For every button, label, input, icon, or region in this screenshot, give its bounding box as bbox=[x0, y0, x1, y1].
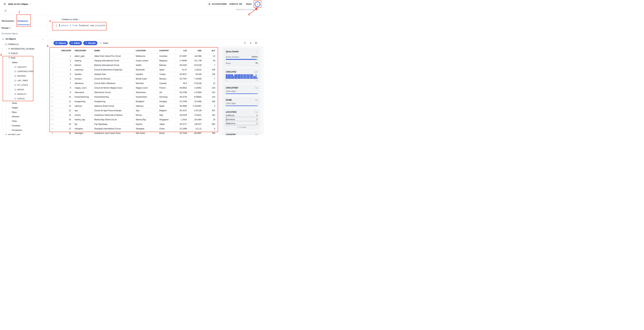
table-row[interactable]: 77villeneuveCircuit Gilles VilleneuveMon… bbox=[50, 81, 217, 86]
updated-status[interactable]: Updated 20 seconds ago ▾ bbox=[232, 8, 259, 10]
table-cell: Marina Bay bbox=[134, 118, 158, 122]
tree-item-stages[interactable]: Stages bbox=[0, 106, 48, 110]
table-row[interactable]: 1111hungaroringHungaroringBudapestHungar… bbox=[50, 99, 217, 104]
search-results-icon[interactable] bbox=[244, 41, 246, 44]
histogram-bar bbox=[256, 74, 256, 79]
chevron-right-icon[interactable] bbox=[8, 129, 10, 131]
table-row[interactable]: 1616fujiFuji SpeedwayOyamaJapan35.371713… bbox=[50, 122, 217, 127]
column-card-country[interactable]: COUNTRY Aa bbox=[223, 131, 260, 135]
sidebar-tab-worksheets[interactable]: Worksheets bbox=[2, 19, 14, 23]
table-cell: 264 bbox=[204, 99, 217, 104]
split-columns-icon[interactable] bbox=[255, 41, 258, 44]
chevron-right-icon[interactable] bbox=[8, 125, 10, 127]
object-search[interactable]: All Objects bbox=[2, 37, 16, 41]
chevron-down-icon[interactable] bbox=[2, 43, 4, 45]
tree-item-constructors[interactable]: CONSTRUCTORS bbox=[0, 69, 48, 74]
worksheet-context-dropdown[interactable]: FORMULA1.RAW ▾ bbox=[62, 18, 80, 20]
table-row[interactable]: 1818interlagosAutódromo José Carlos Pace… bbox=[50, 131, 217, 135]
column-card-name[interactable]: NAME Aa 100% filled bbox=[223, 97, 260, 107]
filters-button[interactable] bbox=[3, 8, 8, 13]
histogram-bar bbox=[238, 74, 238, 79]
tree-item-drivers[interactable]: DRIVERS bbox=[0, 74, 48, 78]
tree-item-circuits[interactable]: CIRCUITS bbox=[0, 65, 48, 69]
chevron-right-icon[interactable] bbox=[8, 111, 10, 113]
more-values-link[interactable]: + 71 more bbox=[223, 126, 260, 128]
tree-item-views[interactable]: Views bbox=[0, 101, 48, 106]
tree-item-raw[interactable]: RAW bbox=[0, 56, 48, 60]
tree-item-races[interactable]: RACES bbox=[0, 87, 48, 92]
chevron-right-icon[interactable] bbox=[8, 120, 10, 122]
view-tab-editor[interactable]: Editor bbox=[69, 41, 82, 45]
view-tab-results[interactable]: Results bbox=[83, 41, 98, 45]
chevron-right-icon[interactable] bbox=[2, 134, 4, 135]
column-header-lat[interactable]: LAT bbox=[176, 47, 189, 54]
circuitid-histogram bbox=[226, 74, 258, 79]
column-header-circuitid[interactable]: CIRCUITID bbox=[55, 47, 73, 54]
column-card-circuitid[interactable]: CIRCUITID 123 1 79 bbox=[223, 69, 260, 83]
tree-item-status[interactable]: STATUS bbox=[0, 96, 48, 101]
chevron-right-icon[interactable] bbox=[8, 116, 10, 118]
tree-item-public[interactable]: PUBLIC bbox=[0, 51, 48, 56]
view-tab-objects[interactable]: Objects bbox=[54, 41, 68, 45]
row-number: 10 bbox=[50, 95, 55, 99]
table-row[interactable]: 22sepangSepang International CircuitKual… bbox=[50, 58, 217, 63]
table-row[interactable]: 55istanbulIstanbul ParkIstanbulTurkey40.… bbox=[50, 72, 217, 77]
column-header-country[interactable]: COUNTRY bbox=[158, 47, 176, 54]
tree-item-snowflake[interactable]: SNOWFLAKE bbox=[0, 133, 48, 135]
table-row[interactable]: 33bahrainBahrain International CircuitSa… bbox=[50, 63, 217, 68]
tree-item-pit_stops[interactable]: PIT_STOPS bbox=[0, 83, 48, 87]
column-header-alt[interactable]: ALT bbox=[204, 47, 217, 54]
chevron-down-icon[interactable] bbox=[6, 57, 7, 59]
tree-item-tasks[interactable]: Tasks bbox=[0, 119, 48, 124]
tree-item-pipes[interactable]: Pipes bbox=[0, 110, 48, 115]
sidebar-tab-databases[interactable]: Databases bbox=[17, 19, 28, 23]
chevron-right-icon[interactable] bbox=[6, 48, 7, 50]
table-row[interactable]: 1313spaCircuit de Spa-FrancorchampsSpaBe… bbox=[50, 108, 217, 113]
view-tab-chart[interactable]: Chart bbox=[99, 41, 109, 45]
table-cell: Circuit Gilles Villeneuve bbox=[92, 81, 134, 86]
tree-item-information_schema[interactable]: INFORMATION_SCHEMA bbox=[0, 47, 48, 51]
table-row[interactable]: 1414monzaAutodromo Nazionale di MonzaMon… bbox=[50, 113, 217, 118]
tree-item-functions[interactable]: Functions bbox=[0, 124, 48, 128]
share-button[interactable]: Share bbox=[244, 1, 253, 6]
column-header-lng[interactable]: LNG bbox=[189, 47, 204, 54]
chevron-right-icon[interactable] bbox=[8, 107, 10, 109]
title-caret-icon[interactable]: ▾ bbox=[30, 3, 31, 5]
download-icon[interactable] bbox=[249, 41, 252, 44]
more-options-icon[interactable] bbox=[42, 38, 44, 40]
table-row[interactable]: 1010hockenheimringHockenheimringHockenhe… bbox=[50, 95, 217, 99]
tree-item-lap_times[interactable]: LAP_TIMES bbox=[0, 78, 48, 83]
table-row[interactable]: 1212valenciaValencia Street CircuitValen… bbox=[50, 104, 217, 108]
table-row[interactable]: 1717shanghaiShanghai International Circu… bbox=[50, 127, 217, 131]
tree-item-tables[interactable]: Tables bbox=[0, 60, 48, 65]
tree-item-procedures[interactable]: Procedures bbox=[0, 128, 48, 133]
column-header-name[interactable]: NAME bbox=[92, 47, 134, 54]
table-row[interactable]: 66monacoCircuit de MonacoMonte-CarloMona… bbox=[50, 77, 217, 81]
table-row[interactable]: 1515marina_bayMarina Bay Street CircuitM… bbox=[50, 118, 217, 122]
table-cell: Spain bbox=[158, 68, 176, 72]
run-query-button[interactable] bbox=[254, 1, 260, 7]
chevron-down-icon[interactable] bbox=[8, 62, 10, 63]
column-card-location[interactable]: LOCATION Aa California2Barcelona2Melbour… bbox=[223, 109, 260, 130]
tree-item-streams[interactable]: Streams bbox=[0, 114, 48, 119]
column-header-circuitref[interactable]: CIRCUITREF bbox=[73, 47, 92, 54]
tree-item-results[interactable]: RESULTS bbox=[0, 92, 48, 96]
column-card-circuitref[interactable]: CIRCUITREF Aa 100% filled bbox=[223, 85, 260, 95]
table-row[interactable]: 99silverstoneSilverstone CircuitSilverst… bbox=[50, 90, 217, 95]
column-header-location[interactable]: LOCATION bbox=[134, 47, 158, 54]
column-header-rownum[interactable] bbox=[50, 47, 55, 54]
table-cell: 5 bbox=[204, 127, 217, 131]
table-row[interactable]: 44catalunyaCircuit de Barcelona-Cataluny… bbox=[50, 68, 217, 72]
table-cell: 138.927 bbox=[189, 122, 204, 126]
tree-item-formula1[interactable]: FORMULA1 bbox=[0, 42, 48, 47]
context-selector[interactable]: ACCOUNTADMIN COMPUTE_WH bbox=[206, 1, 243, 6]
histogram-bar bbox=[254, 76, 254, 79]
home-icon[interactable] bbox=[3, 2, 6, 6]
table-cell: France bbox=[158, 86, 176, 90]
sql-editor-line[interactable]: select * from formula1.raw.circuits bbox=[61, 24, 105, 27]
table-row[interactable]: 11albert_parkAlbert Park Grand Prix Circ… bbox=[50, 54, 217, 58]
chevron-right-icon[interactable] bbox=[8, 102, 10, 104]
chevron-right-icon[interactable] bbox=[6, 53, 7, 54]
query-details-menu-icon[interactable] bbox=[256, 51, 258, 53]
table-row[interactable]: 88magny_coursCircuit de Nevers Magny-Cou… bbox=[50, 86, 217, 90]
